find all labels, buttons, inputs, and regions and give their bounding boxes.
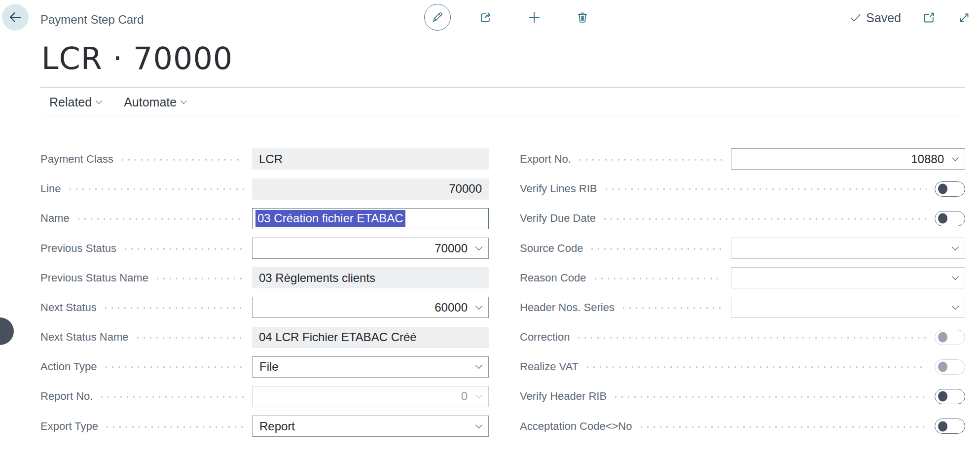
arrow-left-icon xyxy=(7,9,23,25)
field-label: Next Status xyxy=(40,301,97,314)
menu-item-automate[interactable]: Automate xyxy=(124,95,186,109)
field-value: 03 Règlements clients xyxy=(259,271,375,285)
reason-code-combo[interactable] xyxy=(731,267,965,288)
export-no-combo[interactable]: 10880 xyxy=(731,148,965,170)
field-label: Line xyxy=(40,182,61,195)
dotted-leader xyxy=(584,366,927,368)
field-value: Report xyxy=(259,419,295,433)
header-nos-series-combo[interactable] xyxy=(731,297,965,318)
field-row-header-nos-series: Header Nos. Series xyxy=(520,293,965,322)
dotted-leader xyxy=(103,307,244,309)
field-row-payment-class: Payment Class LCR xyxy=(40,144,489,174)
field-label: Reason Code xyxy=(520,272,586,284)
chevron-down-icon xyxy=(475,391,482,398)
next-status-name-field: 04 LCR Fichier ETABAC Créé xyxy=(252,327,489,348)
field-label: Export Type xyxy=(40,420,98,433)
field-label: Correction xyxy=(520,331,570,344)
dotted-leader xyxy=(603,188,927,190)
report-no-combo: 0 xyxy=(252,386,489,407)
edit-button[interactable] xyxy=(424,4,451,31)
toggle-knob xyxy=(938,184,947,194)
realize-vat-toggle xyxy=(935,359,965,375)
open-in-new-window-icon[interactable] xyxy=(921,10,937,26)
share-button[interactable] xyxy=(472,4,499,31)
previous-status-combo[interactable]: 70000 xyxy=(252,238,489,259)
field-label: Export No. xyxy=(520,153,571,166)
field-value: 70000 xyxy=(449,182,482,196)
dotted-leader xyxy=(104,426,244,428)
resize-diagonal-icon[interactable] xyxy=(956,10,972,26)
chevron-down-icon xyxy=(475,243,482,250)
field-row-verify-due-date: Verify Due Date xyxy=(520,204,965,233)
field-value: 70000 xyxy=(435,242,468,255)
dotted-leader xyxy=(75,218,244,220)
previous-status-name-field: 03 Règlements clients xyxy=(252,267,489,288)
chevron-down-icon xyxy=(96,98,102,104)
name-input[interactable]: 03 Création fichier ETABAC xyxy=(252,208,489,229)
delete-button[interactable] xyxy=(569,4,596,31)
field-value: 60000 xyxy=(435,301,468,314)
field-label: Verify Due Date xyxy=(520,212,596,225)
field-label: Realize VAT xyxy=(520,360,579,373)
divider xyxy=(40,115,965,115)
chevron-down-icon xyxy=(952,154,959,161)
action-bar xyxy=(424,4,596,31)
acceptation-code-toggle[interactable] xyxy=(935,419,965,434)
export-type-combo[interactable]: Report xyxy=(252,416,489,437)
dotted-leader xyxy=(620,307,723,309)
back-button[interactable] xyxy=(2,4,29,31)
field-row-realize-vat: Realize VAT xyxy=(520,352,965,382)
next-status-combo[interactable]: 60000 xyxy=(252,297,489,318)
field-row-next-status-name: Next Status Name 04 LCR Fichier ETABAC C… xyxy=(40,322,489,352)
field-row-next-status: Next Status 60000 xyxy=(40,293,489,322)
toggle-knob xyxy=(938,332,947,343)
top-bar-right: Saved xyxy=(849,10,972,26)
field-row-acceptation-code: Acceptation Code<>No xyxy=(520,412,965,441)
toggle-knob xyxy=(938,391,947,402)
form-column-left: Payment Class LCR Line 70000 Name 03 Cré… xyxy=(40,144,489,441)
chevron-down-icon xyxy=(475,362,482,369)
field-label: Previous Status xyxy=(40,242,116,255)
verify-due-date-toggle[interactable] xyxy=(935,211,965,226)
payment-step-card-page: Payment Step Card xyxy=(0,0,980,454)
new-button[interactable] xyxy=(521,4,547,31)
check-icon xyxy=(849,11,862,24)
menu-item-related[interactable]: Related xyxy=(49,95,101,109)
toggle-knob xyxy=(938,421,947,431)
dotted-leader xyxy=(638,426,927,428)
field-row-verify-header-rib: Verify Header RIB xyxy=(520,382,965,411)
field-row-correction: Correction xyxy=(520,322,965,352)
dotted-leader xyxy=(576,337,927,339)
chevron-down-icon xyxy=(952,303,959,310)
page-title: LCR · 70000 xyxy=(41,40,233,76)
dotted-leader xyxy=(589,248,723,250)
share-icon xyxy=(478,10,493,25)
verify-lines-rib-toggle[interactable] xyxy=(935,181,965,197)
correction-toggle xyxy=(935,330,965,345)
trash-icon xyxy=(576,10,589,24)
field-row-previous-status-name: Previous Status Name 03 Règlements clien… xyxy=(40,263,489,293)
plus-icon xyxy=(527,10,542,25)
divider xyxy=(40,87,965,88)
dotted-leader xyxy=(592,278,723,279)
chevron-down-icon xyxy=(475,303,482,310)
action-type-combo[interactable]: File xyxy=(252,356,489,378)
field-label: Acceptation Code<>No xyxy=(520,420,632,433)
dotted-leader xyxy=(154,278,244,279)
field-value: 0 xyxy=(461,389,468,403)
field-label: Action Type xyxy=(40,360,97,373)
source-code-combo[interactable] xyxy=(731,238,965,259)
verify-header-rib-toggle[interactable] xyxy=(935,389,965,404)
dotted-leader xyxy=(577,159,723,161)
form-column-right: Export No. 10880 Verify Lines RIB Verify… xyxy=(520,144,965,441)
field-row-previous-status: Previous Status 70000 xyxy=(40,233,489,263)
field-row-export-no: Export No. 10880 xyxy=(520,144,965,174)
field-row-source-code: Source Code xyxy=(520,233,965,263)
chevron-down-icon xyxy=(475,421,482,428)
side-widget-bubble[interactable] xyxy=(0,317,14,345)
field-label: Verify Header RIB xyxy=(520,390,607,403)
save-status-label: Saved xyxy=(866,11,901,25)
dotted-leader xyxy=(613,396,927,398)
field-value: 10880 xyxy=(911,152,944,166)
menu-label: Automate xyxy=(124,95,177,109)
